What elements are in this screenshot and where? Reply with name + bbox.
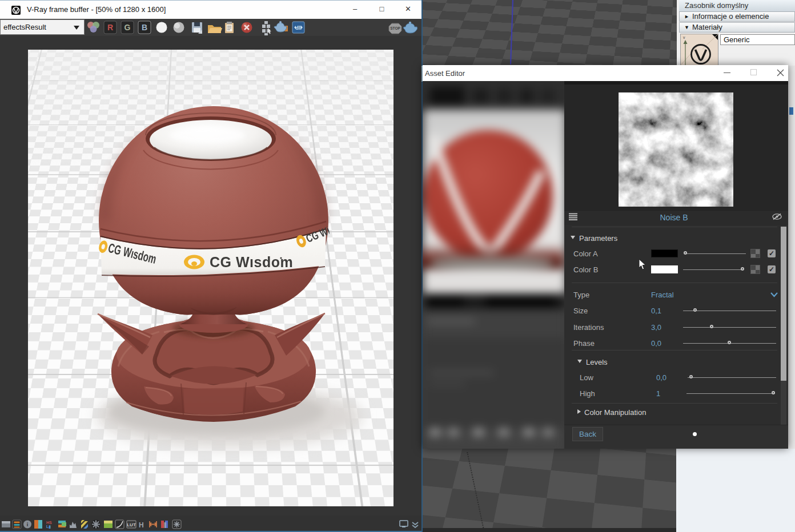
svg-text:i: i: [27, 522, 29, 527]
svg-text:CG Wısdom: CG Wısdom: [210, 254, 293, 270]
svg-text:LUT: LUT: [127, 522, 136, 527]
svg-text:STOP: STOP: [390, 26, 400, 30]
svg-text:L▮: L▮: [46, 525, 51, 529]
svg-text:dll: dll: [295, 25, 302, 31]
svg-text:v: v: [683, 35, 685, 39]
svg-text:G: G: [125, 23, 131, 32]
svg-text:HS: HS: [46, 521, 52, 525]
svg-text:H: H: [139, 521, 144, 529]
svg-text:R: R: [107, 23, 113, 32]
svg-text:B: B: [142, 23, 147, 32]
